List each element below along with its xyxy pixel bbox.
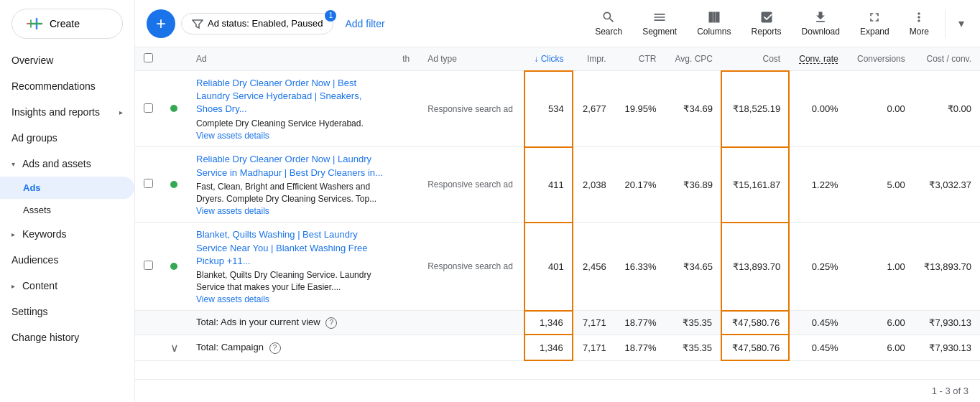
row1-view-assets[interactable]: View assets details [196, 131, 385, 141]
th-conv-rate: Conv. rate [789, 47, 847, 71]
row2-ad-title[interactable]: Reliable Dry Cleaner Order Now | Laundry… [196, 153, 385, 179]
row3-status [162, 223, 188, 311]
expand-chevron[interactable]: ∨ [170, 342, 179, 354]
total-conversions: 6.00 [847, 311, 914, 335]
camp-check [135, 335, 162, 360]
row1-ad-desc: Complete Dry Cleaning Service Hyderabad. [196, 118, 385, 130]
row1-conversions: 0.00 [847, 71, 914, 147]
row2-view-assets[interactable]: View assets details [196, 206, 385, 216]
more-icon [912, 10, 926, 24]
help-icon2[interactable]: ? [269, 342, 281, 354]
camp-ctr: 18.77% [615, 335, 665, 360]
content-label: Content [22, 280, 57, 291]
row3-check[interactable] [144, 261, 153, 270]
create-label: Create [50, 18, 80, 29]
row3-conversions: 1.00 [847, 223, 914, 311]
columns-label: Columns [697, 27, 731, 37]
sidebar-item-ads-assets[interactable]: ▾ Ads and assets [0, 151, 134, 177]
row1-avg-cpc: ₹34.69 [665, 71, 721, 147]
status-dot [170, 181, 177, 188]
th-th: th [394, 47, 419, 71]
camp-text: Total: Campaign [196, 342, 264, 352]
camp-dot: ∨ [162, 335, 188, 360]
sidebar-item-settings[interactable]: Settings [0, 299, 134, 324]
row2-conv-rate: 1.22% [789, 147, 847, 223]
row2-cost: ₹15,161.87 [721, 147, 789, 223]
row3-cost: ₹13,893.70 [721, 223, 789, 311]
sidebar-item-adgroups[interactable]: Ad groups [0, 125, 134, 151]
download-action[interactable]: Download [795, 6, 847, 41]
settings-label: Settings [11, 306, 48, 317]
filter-badge: 1 [325, 10, 336, 22]
audiences-label: Audiences [11, 254, 58, 266]
help-icon[interactable]: ? [325, 317, 337, 329]
chevron-down-icon: ▾ [958, 17, 964, 29]
search-icon [601, 10, 616, 24]
th-cost-conv: Cost / conv. [914, 47, 980, 71]
pagination: 1 - 3 of 3 [135, 379, 980, 402]
more-action[interactable]: More [902, 6, 936, 41]
row3-cost-conv: ₹13,893.70 [914, 223, 980, 311]
chevron-right-icon2: ▸ [11, 230, 15, 238]
sidebar-item-audiences[interactable]: Audiences [0, 247, 134, 273]
total-cost: ₹47,580.76 [721, 311, 789, 335]
row1-check[interactable] [144, 103, 153, 113]
row2-status [162, 147, 188, 223]
add-filter-button[interactable]: Add filter [339, 14, 390, 34]
total-ctr: 18.77% [615, 311, 665, 335]
row1-checkbox [135, 71, 162, 147]
filter-button[interactable]: Ad status: Enabled, Paused [181, 13, 333, 34]
row2-check[interactable] [144, 179, 153, 188]
segment-action[interactable]: Segment [635, 6, 684, 41]
camp-label: Total: Campaign ? [188, 335, 524, 360]
expand-action[interactable]: Expand [853, 6, 897, 41]
sidebar-item-insights[interactable]: Insights and reports ▸ [0, 99, 134, 125]
select-all-checkbox[interactable] [144, 53, 153, 62]
create-button[interactable]: Create [11, 9, 123, 39]
row3-ctr: 16.33% [615, 223, 665, 311]
sidebar-item-keywords[interactable]: ▸ Keywords [0, 221, 134, 247]
columns-icon [707, 10, 721, 24]
status-dot [170, 105, 177, 112]
camp-avg-cpc: ₹35.35 [665, 335, 721, 360]
sidebar-child-ads[interactable]: Ads [0, 177, 134, 199]
row1-conv-rate: 0.00% [789, 71, 847, 147]
expand-icon [867, 10, 882, 24]
chevron-right-icon: ▸ [119, 108, 123, 116]
sidebar-item-content[interactable]: ▸ Content [0, 273, 134, 299]
th-cost: Cost [721, 47, 789, 71]
row3-conv-rate: 0.25% [789, 223, 847, 311]
row1-ad-title[interactable]: Reliable Dry Cleaner Order Now | Best La… [196, 77, 385, 116]
sidebar-item-recommendations[interactable]: Recommendations [0, 73, 134, 99]
row1-cost-conv: ₹0.00 [914, 71, 980, 147]
row1-ad: Reliable Dry Cleaner Order Now | Best La… [188, 71, 394, 147]
sidebar-child-assets[interactable]: Assets [0, 199, 134, 221]
row1-clicks: 534 [524, 71, 573, 147]
toolbar-chevron-button[interactable]: ▾ [954, 12, 969, 34]
row2-cost-conv: ₹3,032.37 [914, 147, 980, 223]
row3-view-assets[interactable]: View assets details [196, 294, 385, 304]
total-dot [162, 311, 188, 335]
pagination-label: 1 - 3 of 3 [932, 385, 969, 396]
row2-clicks: 411 [524, 147, 573, 223]
sidebar-item-overview[interactable]: Overview [0, 47, 134, 73]
th-conversions: Conversions [847, 47, 914, 71]
th-impr: Impr. [573, 47, 615, 71]
th-clicks[interactable]: ↓ Clicks [524, 47, 573, 71]
row1-ctr: 19.95% [615, 71, 665, 147]
download-label: Download [802, 27, 840, 37]
add-button[interactable]: + [147, 9, 175, 38]
reports-label: Reports [752, 27, 782, 37]
columns-action[interactable]: Columns [690, 6, 738, 41]
plus-icon: + [156, 15, 166, 32]
row3-clicks: 401 [524, 223, 573, 311]
row3-ad-title[interactable]: Blanket, Quilts Washing | Best Laundry S… [196, 228, 385, 268]
adgroups-label: Ad groups [11, 132, 57, 144]
campaign-row: ∨ Total: Campaign ? 1,346 7,171 18.77% ₹… [135, 335, 980, 360]
total-clicks: 1,346 [524, 311, 573, 335]
sidebar-item-change-history[interactable]: Change history [0, 324, 134, 350]
reports-action[interactable]: Reports [744, 6, 789, 41]
change-history-label: Change history [11, 332, 79, 343]
row3-ad-type: Responsive search ad [419, 223, 524, 311]
search-action[interactable]: Search [588, 6, 629, 41]
